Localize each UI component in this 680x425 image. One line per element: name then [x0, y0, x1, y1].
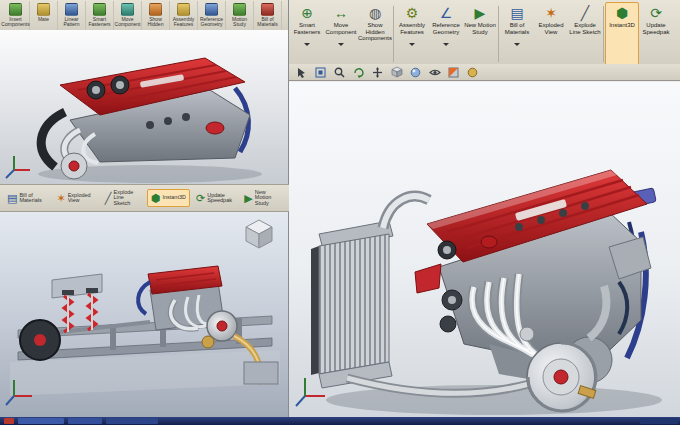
linear-pattern-icon: [65, 3, 78, 16]
shaded-sphere-icon: [410, 67, 421, 78]
cm-button-exploded-view[interactable]: ✶ Exploded View: [534, 2, 568, 66]
update-speedpak-icon: ⟳: [650, 5, 662, 22]
smart-fasteners-icon: [93, 3, 106, 16]
explode-line-sketch-icon: ╱: [581, 5, 589, 22]
instant3d-icon: ⬢: [616, 5, 628, 22]
view-toolbar: [289, 64, 680, 81]
toolbar-button-linear-pattern[interactable]: Linear Pattern: [58, 1, 86, 31]
view-orientation-button[interactable]: [388, 65, 405, 80]
pane-top-left: Insert Components Mate Linear Pattern Sm…: [0, 0, 289, 184]
dropdown-caret-icon: [443, 43, 449, 46]
toolbar-button-show-hidden[interactable]: Show Hidden: [142, 1, 170, 31]
toolbar-button-insert-components[interactable]: Insert Components: [2, 1, 30, 31]
explode-line-sketch-icon: ╱: [105, 192, 112, 204]
insert-components-icon: [9, 3, 22, 16]
show-hidden-icon: [149, 3, 162, 16]
move-component-icon: ↔: [334, 5, 348, 22]
smart-fasteners-icon: ⊕: [301, 5, 313, 22]
appearance-button[interactable]: [464, 65, 481, 80]
command-manager: ⊕ Smart Fasteners ↔ Move Component ◍ Sho…: [289, 0, 680, 68]
color-ball-icon: [467, 67, 478, 78]
eye-icon: [429, 67, 441, 78]
strip-button-bill-of-materials[interactable]: ▤ Bill of Materials: [3, 189, 50, 207]
cm-button-new-motion-study[interactable]: ▶ New Motion Study: [463, 2, 497, 66]
cm-button-smart-fasteners[interactable]: ⊕ Smart Fasteners: [290, 2, 324, 66]
reference-geometry-icon: [205, 3, 218, 16]
rotate-icon: [353, 67, 364, 78]
display-style-button[interactable]: [407, 65, 424, 80]
solidworks-collage: Insert Components Mate Linear Pattern Sm…: [0, 0, 680, 425]
zoom-fit-button[interactable]: [312, 65, 329, 80]
view-cube: [246, 220, 272, 248]
dropdown-caret-icon: [304, 43, 310, 46]
strip-button-explode-line-sketch[interactable]: ╱ Explode Line Sketch: [101, 187, 145, 210]
bill-of-materials-icon: [261, 3, 274, 16]
cm-button-explode-line-sketch[interactable]: ╱ Explode Line Sketch: [568, 2, 602, 66]
view-cube-icon: [391, 66, 403, 78]
cm-button-instant3d[interactable]: ⬢ Instant3D: [605, 2, 639, 66]
pan-view-button[interactable]: [369, 65, 386, 80]
zoom-fit-icon: [315, 67, 326, 78]
strip-button-new-motion-study[interactable]: ▶ New Motion Study: [240, 187, 286, 210]
hide-show-items-button[interactable]: [426, 65, 443, 80]
bill-of-materials-icon: ▤: [7, 192, 17, 204]
viewport-main[interactable]: [289, 82, 680, 417]
toolbar-button-bill-of-materials[interactable]: Bill of Materials: [254, 1, 282, 31]
toolbar-separator: [603, 6, 604, 62]
pointer-icon: [296, 67, 307, 78]
toolbar-separator: [393, 6, 394, 62]
strip-button-update-speedpak[interactable]: ⟳ Update Speedpak: [192, 189, 238, 207]
exploded-view-icon: ✶: [56, 192, 65, 204]
move-component-icon: [121, 3, 134, 16]
strip-button-instant3d[interactable]: ⬢ Instant3D: [147, 189, 190, 207]
motion-study-icon: ▶: [244, 192, 252, 204]
section-view-button[interactable]: [445, 65, 462, 80]
show-hidden-components-icon: ◍: [369, 5, 381, 22]
cm-button-assembly-features[interactable]: ⚙ Assembly Features: [395, 2, 429, 66]
strip-button-exploded-view[interactable]: ✶ Exploded View: [52, 189, 98, 207]
cm-button-bill-of-materials[interactable]: ▤ Bill of Materials: [500, 2, 534, 66]
taskbar-item[interactable]: [106, 418, 158, 424]
toolbar-button-mate[interactable]: Mate: [30, 1, 58, 31]
reference-geometry-icon: ∠: [440, 5, 453, 22]
pane-bottom-left[interactable]: [0, 212, 289, 417]
toolbar-button-smart-fasteners[interactable]: Smart Fasteners: [86, 1, 114, 31]
new-motion-study-icon: ▶: [475, 5, 486, 22]
section-icon: [448, 67, 459, 78]
start-button[interactable]: [4, 418, 14, 424]
toolbar-top-left: Insert Components Mate Linear Pattern Sm…: [0, 0, 288, 33]
motion-study-icon: [233, 3, 246, 16]
dropdown-caret-icon: [338, 43, 344, 46]
cm-button-update-speedpak[interactable]: ⟳ Update Speedpak: [639, 2, 673, 66]
viewport-top-left[interactable]: [0, 30, 288, 184]
instant3d-icon: ⬢: [151, 192, 161, 204]
exploded-view-icon: ✶: [545, 5, 557, 22]
taskbar-clock: [640, 418, 678, 424]
toolbar-button-assembly-features[interactable]: Assembly Features: [170, 1, 198, 31]
mate-icon: [37, 3, 50, 16]
magnifier-icon: [334, 67, 345, 78]
assembly-features-icon: [177, 3, 190, 16]
rotate-view-button[interactable]: [350, 65, 367, 80]
bill-of-materials-icon: ▤: [510, 5, 523, 22]
chassis-model-side-view: [0, 212, 289, 417]
toolbar-button-move-component[interactable]: Move Component: [114, 1, 142, 31]
cm-button-reference-geometry[interactable]: ∠ Reference Geometry: [429, 2, 463, 66]
cm-button-move-component[interactable]: ↔ Move Component: [324, 2, 358, 66]
taskbar-item[interactable]: [18, 418, 64, 424]
toolbar-middle-left: ▤ Bill of Materials ✶ Exploded View ╱ Ex…: [0, 184, 289, 212]
assembly-features-icon: ⚙: [406, 5, 419, 22]
taskbar[interactable]: [0, 417, 680, 425]
toolbar-button-reference-geometry[interactable]: Reference Geometry: [198, 1, 226, 31]
cm-button-show-hidden-components[interactable]: ◍ Show Hidden Components: [358, 2, 392, 66]
dropdown-caret-icon: [514, 43, 520, 46]
toolbar-separator: [498, 6, 499, 62]
pan-icon: [372, 67, 383, 78]
engine-model-front-view: [0, 30, 289, 184]
select-pointer-button[interactable]: [293, 65, 310, 80]
toolbar-button-motion-study[interactable]: Motion Study: [226, 1, 254, 31]
taskbar-item[interactable]: [68, 418, 102, 424]
pane-main: ⊕ Smart Fasteners ↔ Move Component ◍ Sho…: [289, 0, 680, 417]
orientation-triad: [6, 156, 30, 178]
zoom-area-button[interactable]: [331, 65, 348, 80]
